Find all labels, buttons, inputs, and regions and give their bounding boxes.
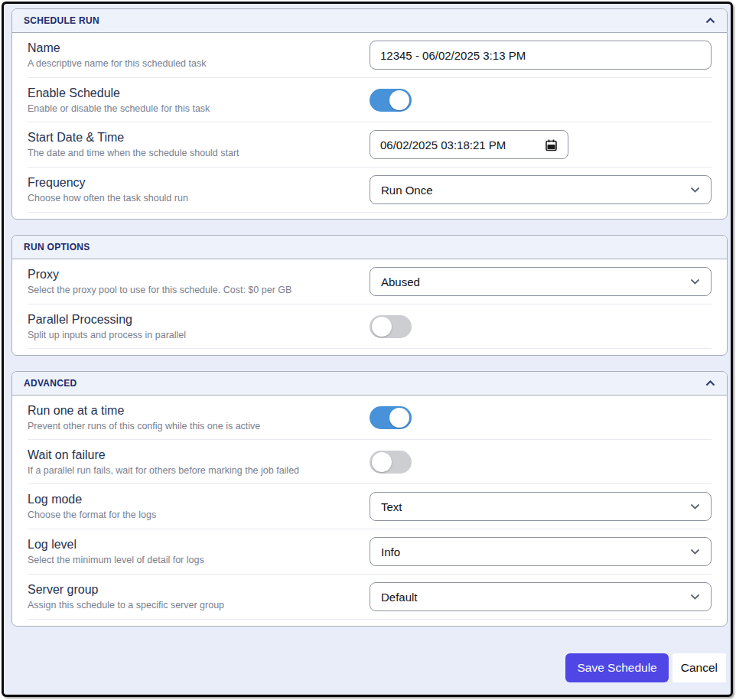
row-enable-schedule: Enable Schedule Enable or disable the sc… [28, 78, 712, 122]
run-one-at-a-time-toggle[interactable] [370, 406, 412, 429]
row-frequency: Frequency Choose how often the task shou… [28, 168, 712, 213]
wait-on-failure-description: If a parallel run fails, wait for others… [28, 465, 354, 476]
section-header-schedule-run[interactable]: SCHEDULE RUN [12, 9, 727, 33]
section-body: Proxy Select the proxy pool to use for t… [12, 259, 727, 355]
row-proxy: Proxy Select the proxy pool to use for t… [28, 259, 712, 304]
run-one-at-a-time-label: Run one at a time [28, 404, 354, 418]
chevron-up-icon[interactable] [705, 18, 715, 24]
log-mode-description: Choose the format for the logs [28, 510, 354, 520]
parallel-processing-label: Parallel Processing [28, 313, 354, 327]
row-run-one-at-a-time: Run one at a time Prevent other runs of … [28, 396, 712, 440]
row-parallel-processing: Parallel Processing Split up inputs and … [28, 304, 712, 349]
chevron-down-icon [690, 187, 700, 193]
section-title: ADVANCED [24, 378, 77, 389]
parallel-processing-description: Split up inputs and process in parallel [28, 330, 354, 340]
row-name: Name A descriptive name for this schedul… [28, 33, 712, 78]
frequency-description: Choose how often the task should run [28, 193, 354, 203]
proxy-description: Select the proxy pool to use for this sc… [28, 285, 354, 295]
cancel-button[interactable]: Cancel [672, 653, 726, 682]
row-start-datetime: Start Date & Time The date and time when… [28, 122, 712, 168]
name-input[interactable] [370, 41, 712, 70]
toggle-knob [372, 452, 392, 472]
calendar-icon[interactable] [545, 138, 558, 151]
log-level-label: Log level [28, 538, 354, 552]
row-log-level: Log level Select the minimum level of de… [28, 529, 712, 575]
parallel-processing-toggle[interactable] [370, 315, 412, 338]
start-datetime-input[interactable]: 06/02/2025 03:18:21 PM [370, 130, 568, 159]
server-group-description: Assign this schedule to a specific serve… [28, 600, 354, 610]
footer-actions: Save Schedule Cancel [11, 646, 728, 692]
start-datetime-value: 06/02/2025 03:18:21 PM [380, 138, 506, 151]
run-one-at-a-time-description: Prevent other runs of this config while … [28, 421, 354, 431]
proxy-select[interactable]: Abused [370, 267, 712, 296]
frequency-label: Frequency [28, 176, 354, 190]
section-schedule-run: SCHEDULE RUN Name A descriptive name for… [11, 8, 728, 220]
schedule-dialog: SCHEDULE RUN Name A descriptive name for… [2, 2, 733, 697]
log-level-select[interactable]: Info [370, 537, 712, 566]
frequency-select[interactable]: Run Once [370, 175, 712, 204]
chevron-down-icon [690, 549, 700, 555]
dialog-content: SCHEDULE RUN Name A descriptive name for… [4, 4, 731, 695]
log-mode-select[interactable]: Text [370, 492, 712, 521]
section-body: Name A descriptive name for this schedul… [12, 33, 727, 219]
start-datetime-description: The date and time when the schedule shou… [28, 148, 354, 158]
chevron-up-icon[interactable] [705, 380, 715, 386]
proxy-selected-value: Abused [381, 275, 420, 288]
section-title: RUN OPTIONS [24, 242, 90, 252]
chevron-down-icon [690, 278, 700, 285]
log-level-description: Select the minimum level of detail for l… [28, 555, 354, 565]
chevron-down-icon [690, 503, 700, 510]
row-log-mode: Log mode Choose the format for the logs … [28, 484, 712, 529]
enable-schedule-toggle[interactable] [370, 89, 412, 112]
name-description: A descriptive name for this scheduled ta… [28, 58, 354, 69]
section-run-options: RUN OPTIONS Proxy Select the proxy pool … [11, 235, 728, 356]
server-group-select[interactable]: Default [370, 582, 712, 611]
name-label: Name [28, 41, 354, 55]
section-header-run-options[interactable]: RUN OPTIONS [12, 236, 727, 259]
server-group-label: Server group [28, 583, 354, 597]
section-title: SCHEDULE RUN [24, 15, 99, 26]
toggle-knob [389, 408, 409, 428]
enable-schedule-description: Enable or disable the schedule for this … [28, 103, 354, 114]
row-server-group: Server group Assign this schedule to a s… [28, 575, 712, 620]
toggle-knob [372, 317, 392, 337]
section-body: Run one at a time Prevent other runs of … [12, 396, 727, 626]
log-mode-label: Log mode [28, 493, 354, 506]
section-advanced: ADVANCED Run one at a time Prevent other… [11, 371, 728, 627]
log-mode-selected-value: Text [381, 500, 402, 513]
log-level-selected-value: Info [381, 545, 400, 558]
section-header-advanced[interactable]: ADVANCED [12, 372, 727, 396]
enable-schedule-label: Enable Schedule [28, 86, 354, 100]
save-schedule-button[interactable]: Save Schedule [565, 653, 668, 682]
server-group-selected-value: Default [381, 591, 418, 604]
chevron-down-icon [690, 594, 700, 600]
wait-on-failure-label: Wait on failure [28, 448, 354, 462]
toggle-knob [389, 90, 409, 110]
start-datetime-label: Start Date & Time [28, 131, 354, 145]
frequency-selected-value: Run Once [381, 184, 433, 197]
wait-on-failure-toggle[interactable] [370, 451, 412, 474]
proxy-label: Proxy [28, 268, 354, 282]
row-wait-on-failure: Wait on failure If a parallel run fails,… [28, 440, 712, 484]
